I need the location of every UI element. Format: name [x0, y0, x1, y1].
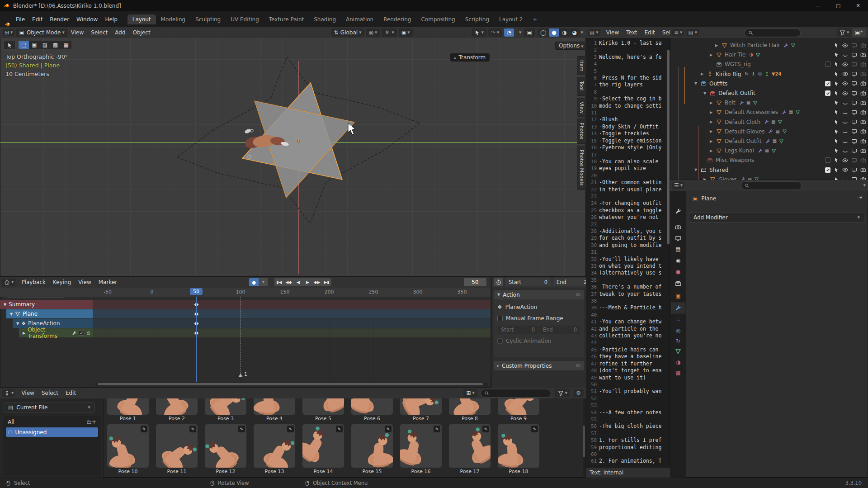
text-line[interactable]: 14-Toggle freckles [586, 130, 670, 137]
editor-type-button[interactable]: ≡▼ [672, 29, 684, 36]
disclosure-down-icon[interactable]: ▼ [703, 91, 710, 95]
disclosure-right-icon[interactable]: ▶ [710, 120, 716, 124]
edit-pose-badge[interactable]: ✎ [482, 426, 489, 432]
disable-viewports-icon[interactable] [851, 167, 857, 173]
show-gizmo-dropdown[interactable]: ▼ [472, 28, 486, 37]
edit-pose-badge[interactable]: ✎ [189, 426, 196, 432]
text-line[interactable]: 53 [586, 402, 670, 409]
maximize-button[interactable]: ▢ [828, 0, 848, 11]
asset-scrollbar[interactable] [583, 398, 585, 478]
workspace-tab-rendering[interactable]: Rendering [378, 14, 416, 24]
sidebar-tab-view[interactable]: View [577, 98, 586, 117]
mute-checkbox[interactable] [79, 330, 84, 336]
options-dropdown[interactable]: Options▼ [555, 42, 587, 50]
workspace-tab-layout-2[interactable]: Layout 2 [494, 14, 528, 24]
text-line[interactable]: 51-You'll probably wan [586, 388, 670, 395]
editor-type-button[interactable]: ⊞▼ [3, 29, 14, 36]
pose-thumbnail[interactable]: ✎ [156, 398, 198, 415]
disable-viewports-icon[interactable] [851, 43, 857, 48]
action-start-field[interactable]: Start0 [497, 326, 538, 334]
text-line[interactable]: 38 [586, 298, 670, 304]
text-line[interactable]: 60 [586, 451, 670, 458]
disclosure-right-icon[interactable]: ▶ [710, 129, 716, 133]
text-line[interactable]: 56-The big cloth piece [586, 423, 670, 430]
properties-tab-modifiers[interactable] [671, 303, 685, 313]
disable-render-icon[interactable] [860, 90, 866, 96]
selectable-icon[interactable] [834, 90, 839, 96]
properties-tab-scene[interactable]: ◉ [671, 255, 685, 266]
disclosure-right-icon[interactable]: ▶ [715, 43, 722, 47]
disclosure-right-icon[interactable]: ▶ [701, 72, 707, 76]
new-collection-button[interactable]: ▣⁺ [852, 28, 866, 37]
outliner-row-default-outfit[interactable]: ▼Default Outfit [670, 89, 868, 98]
properties-tab-texture[interactable]: ▩ [671, 367, 685, 378]
properties-tab-material[interactable]: ◑ [671, 357, 685, 368]
auto-key-button[interactable]: ● [249, 278, 259, 286]
hide-viewport-icon[interactable] [842, 81, 848, 86]
disable-viewports-icon[interactable] [851, 119, 857, 125]
text-line[interactable]: 9-Select the cog in b [586, 95, 670, 102]
outliner-row-default-accessories[interactable]: ▶Default Accessories▦ [670, 108, 868, 117]
pose-asset-pose-9[interactable]: ✎Pose 9 [498, 398, 539, 422]
text-line[interactable]: 47refine it further [586, 360, 670, 367]
overlays-toggle[interactable]: ◔ [504, 28, 514, 37]
selectable-icon[interactable] [834, 177, 839, 180]
pose-thumbnail[interactable]: ✎ [302, 424, 344, 468]
pose-asset-pose-2[interactable]: ✎Pose 2 [156, 398, 198, 422]
channel-plane[interactable]: ▼Plane [6, 309, 93, 318]
channel-summary[interactable]: ▼Summary [0, 300, 93, 309]
pose-thumbnail[interactable]: ✎ [254, 424, 295, 468]
disclosure-right-icon[interactable]: ▶ [710, 149, 716, 153]
disable-render-icon[interactable] [860, 157, 866, 163]
text-line[interactable]: 10mode to change setti [586, 103, 670, 109]
properties-tab-tool[interactable] [671, 206, 685, 217]
text-line[interactable]: 21-Other common settin [586, 179, 670, 186]
pose-thumbnail[interactable]: ✎ [254, 398, 295, 415]
selectable-icon[interactable] [834, 52, 839, 57]
hide-viewport-icon[interactable] [842, 100, 848, 106]
select-subtract-button[interactable]: ▩ [50, 41, 61, 49]
text-line[interactable]: 45-Particle hairs can [586, 346, 670, 353]
outliner-row-hair-tie[interactable]: ▶Hair Tie◑ [670, 50, 868, 59]
pose-thumbnail[interactable]: ✎ [449, 424, 491, 468]
sidebar-tab-tool[interactable]: Tool [577, 77, 586, 96]
use-preview-range-button[interactable] [494, 278, 503, 286]
outliner-filter-dropdown[interactable]: ▼ [837, 28, 852, 37]
keyframe-grid[interactable]: 1 [93, 297, 491, 382]
shading-solid-button[interactable]: ● [549, 28, 559, 37]
outliner-row-kiriko-rig[interactable]: ▶Kiriko Rig↻⚙▼24 [670, 70, 868, 79]
text-line[interactable]: 581. For stills I pref [586, 437, 670, 444]
selectable-icon[interactable] [834, 157, 839, 163]
disable-viewports-icon[interactable] [851, 176, 857, 180]
menu-help[interactable]: Help [101, 15, 121, 24]
text-line[interactable]: 4 [586, 61, 670, 67]
filter-dropdown[interactable]: ▼ [555, 389, 570, 397]
selectable-icon[interactable] [834, 43, 839, 48]
text-line[interactable]: 54---A few other notes [586, 409, 670, 416]
sidebar-tab-item[interactable]: Item [577, 56, 586, 75]
disable-viewports-icon[interactable] [851, 100, 857, 106]
disable-render-icon[interactable] [860, 148, 866, 154]
text-line[interactable]: 40 [586, 312, 670, 318]
wrench-icon[interactable] [72, 331, 77, 336]
play-reverse-button[interactable]: ◀ [293, 278, 303, 286]
asset-menu-select[interactable]: Select [38, 389, 62, 397]
disable-viewports-icon[interactable] [851, 62, 857, 67]
exclude-checkbox[interactable] [825, 167, 830, 173]
pose-asset-pose-18[interactable]: ✎Pose 18 [498, 424, 539, 474]
disclosure-icon[interactable]: ▼ [4, 303, 6, 307]
disable-viewports-icon[interactable] [851, 109, 857, 115]
disable-render-icon[interactable] [860, 52, 866, 58]
select-intersect-button[interactable]: ▦ [61, 41, 71, 49]
playhead-line[interactable] [196, 297, 197, 382]
edit-pose-badge[interactable]: ✎ [336, 426, 343, 432]
marker-triangle[interactable] [238, 374, 243, 377]
disable-render-icon[interactable] [860, 109, 866, 115]
breadcrumb-object[interactable]: Plane [701, 195, 716, 202]
disclosure-right-icon[interactable]: ▶ [710, 139, 716, 143]
selectable-icon[interactable] [834, 138, 839, 144]
disable-viewports-icon[interactable] [851, 90, 857, 96]
properties-tab-physics[interactable]: ◎ [671, 325, 685, 336]
asset-source-dropdown[interactable]: ▤Current File▼ [4, 403, 95, 412]
text-line[interactable]: 41-You can change betw [586, 318, 670, 325]
